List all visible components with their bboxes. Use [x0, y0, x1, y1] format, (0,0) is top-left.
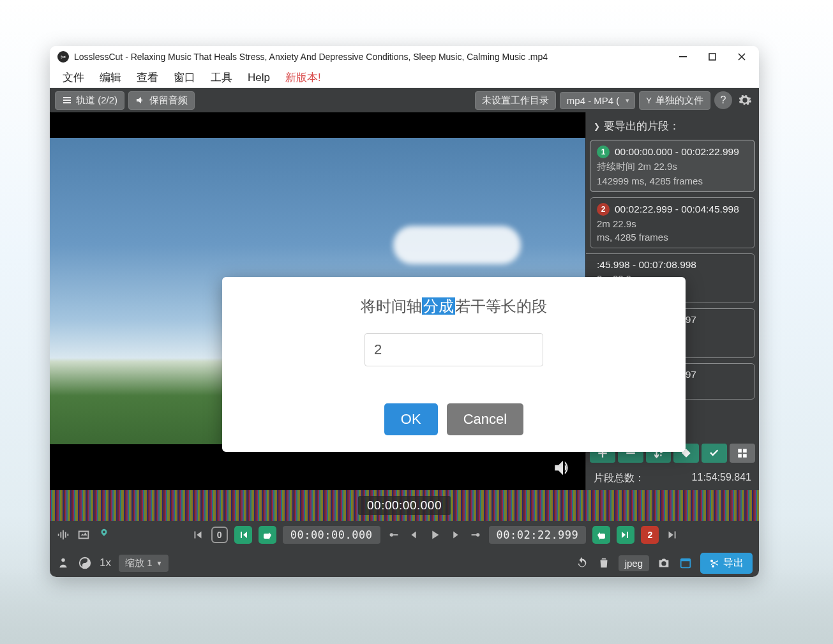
split-dialog: 将时间轴分成若干等长的段 OK Cancel: [222, 277, 686, 452]
ok-button[interactable]: OK: [384, 403, 438, 435]
app-window: ✂ LosslessCut - Relaxing Music That Heal…: [50, 46, 759, 577]
dialog-buttons: OK Cancel: [235, 403, 673, 435]
cancel-button[interactable]: Cancel: [447, 403, 523, 435]
dialog-title: 将时间轴分成若干等长的段: [235, 296, 673, 317]
split-count-input[interactable]: [364, 333, 543, 366]
